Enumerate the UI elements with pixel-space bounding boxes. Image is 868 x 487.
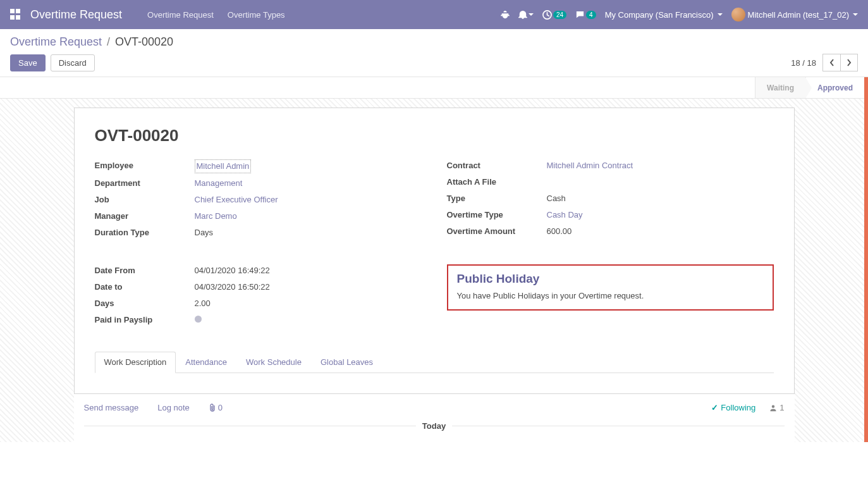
tab-work-schedule[interactable]: Work Schedule (236, 352, 311, 373)
paperclip-icon (209, 404, 216, 412)
duration-type-field[interactable]: Days (195, 226, 214, 239)
public-holiday-alert: Public Holiday You have Public Holidays … (447, 264, 774, 311)
divider-label: Today (422, 421, 446, 431)
overtime-amount-field[interactable]: 600.00 (547, 225, 572, 238)
date-from-label: Date From (95, 264, 195, 277)
chatter: Send message Log note 0 Following 1 Toda… (74, 394, 795, 442)
status-approved[interactable]: Approved (805, 77, 864, 98)
breadcrumb-root[interactable]: Overtime Request (10, 35, 102, 49)
type-field[interactable]: Cash (547, 192, 566, 205)
navbar: Overtime Request Overtime Request Overti… (0, 0, 868, 29)
control-panel: Overtime Request / OVT-00020 Save Discar… (0, 29, 868, 77)
alert-title: Public Holiday (457, 272, 764, 286)
attach-file-label: Attach A File (447, 176, 547, 188)
followers-button[interactable]: 1 (769, 403, 784, 412)
chevron-down-icon (718, 13, 723, 16)
tab-attendance[interactable]: Attendance (176, 352, 236, 373)
chevron-down-icon (853, 13, 858, 16)
date-to-label: Date to (95, 281, 195, 293)
activities-badge: 24 (553, 11, 566, 19)
attachments-count: 0 (218, 403, 223, 412)
edit-indicator-bar (864, 77, 868, 442)
overtime-amount-label: Overtime Amount (447, 225, 547, 238)
overtime-type-field[interactable]: Cash Day (547, 209, 583, 221)
date-to-field[interactable]: 04/03/2020 16:50:22 (195, 281, 270, 293)
days-label: Days (95, 297, 195, 310)
tab-global-leaves[interactable]: Global Leaves (311, 352, 382, 373)
notebook-tabs: Work Description Attendance Work Schedul… (95, 352, 774, 373)
nav-overtime-request[interactable]: Overtime Request (147, 10, 214, 20)
log-note-button[interactable]: Log note (157, 403, 190, 412)
status-bar: Waiting Approved (0, 77, 864, 99)
job-label: Job (95, 194, 195, 206)
record-title: OVT-00020 (95, 126, 774, 145)
tab-work-description[interactable]: Work Description (95, 352, 176, 373)
save-button[interactable]: Save (10, 54, 46, 71)
days-field[interactable]: 2.00 (195, 297, 211, 310)
status-waiting[interactable]: Waiting (755, 77, 805, 98)
nav-overtime-types[interactable]: Overtime Types (228, 10, 285, 20)
form-view: Waiting Approved OVT-00020 Employee Mitc… (0, 77, 868, 442)
attachments-button[interactable]: 0 (209, 403, 223, 412)
user-name: Mitchell Admin (test_17_02) (748, 10, 849, 20)
paid-in-payslip-field[interactable] (195, 314, 202, 326)
breadcrumb-current: OVT-00020 (115, 35, 173, 49)
user-menu[interactable]: Mitchell Admin (test_17_02) (731, 8, 858, 22)
manager-field[interactable]: Marc Demo (195, 210, 237, 223)
chevron-down-icon (529, 13, 534, 16)
chatter-date-divider: Today (74, 421, 795, 442)
followers-count: 1 (779, 403, 784, 412)
discard-button[interactable]: Discard (51, 54, 95, 71)
manager-label: Manager (95, 210, 195, 223)
overtime-type-label: Overtime Type (447, 209, 547, 221)
check-icon (711, 403, 718, 412)
following-button[interactable]: Following (711, 403, 755, 412)
employee-label: Employee (95, 159, 195, 173)
job-field[interactable]: Chief Executive Officer (195, 194, 278, 206)
department-field[interactable]: Management (195, 177, 243, 190)
debug-icon[interactable] (501, 10, 510, 19)
contract-field[interactable]: Mitchell Admin Contract (547, 159, 633, 172)
contract-label: Contract (447, 159, 547, 172)
company-switcher[interactable]: My Company (San Francisco) (605, 10, 723, 20)
duration-type-label: Duration Type (95, 226, 195, 239)
breadcrumb: Overtime Request / OVT-00020 (10, 35, 858, 49)
paid-in-payslip-label: Paid in Payslip (95, 314, 195, 326)
pager-next-button[interactable] (840, 54, 858, 71)
user-icon (769, 404, 777, 412)
chevron-left-icon (829, 59, 834, 66)
date-from-field[interactable]: 04/01/2020 16:49:22 (195, 264, 270, 277)
discuss-icon[interactable]: 4 (575, 10, 596, 20)
send-message-button[interactable]: Send message (84, 403, 139, 412)
pager-text[interactable]: 18 / 18 (791, 58, 816, 68)
activities-icon[interactable]: 24 (542, 10, 566, 20)
apps-menu-icon[interactable] (10, 9, 21, 20)
breadcrumb-separator: / (107, 35, 110, 49)
company-name: My Company (San Francisco) (605, 10, 714, 20)
discuss-badge: 4 (586, 11, 596, 19)
alert-body: You have Public Holidays in your Overtim… (457, 291, 764, 300)
notifications-icon[interactable] (518, 10, 534, 19)
department-label: Department (95, 177, 195, 190)
module-brand[interactable]: Overtime Request (30, 8, 122, 22)
type-label: Type (447, 192, 547, 205)
avatar (731, 8, 745, 22)
radio-indicator-icon (195, 316, 202, 323)
form-sheet: OVT-00020 Employee Mitchell Admin Depart… (74, 108, 795, 394)
pager-prev-button[interactable] (822, 54, 840, 71)
employee-field[interactable]: Mitchell Admin (195, 159, 252, 173)
chevron-right-icon (847, 59, 852, 66)
pager: 18 / 18 (791, 54, 858, 71)
